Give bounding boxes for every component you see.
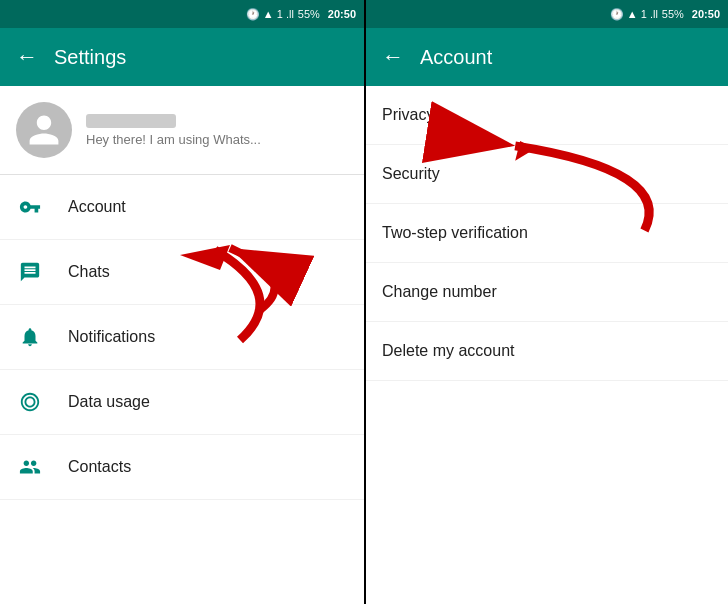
account-icon — [16, 193, 44, 221]
back-button-right[interactable]: ← — [382, 44, 404, 70]
battery-left: 55% — [298, 8, 320, 20]
account-label: Account — [68, 198, 126, 216]
alarm-icon: 🕐 — [246, 8, 260, 21]
delete-account-label: Delete my account — [382, 342, 515, 360]
list-item-change-number[interactable]: Change number — [366, 263, 728, 322]
header-left: ← Settings — [0, 28, 364, 86]
list-item-delete-account[interactable]: Delete my account — [366, 322, 728, 381]
avatar — [16, 102, 72, 158]
status-bar-right: 🕐 ▲ 1 .ll 55% 20:50 — [366, 0, 728, 28]
menu-item-contacts[interactable]: Contacts — [0, 435, 364, 500]
status-icons-right: 🕐 ▲ 1 .ll — [610, 8, 658, 21]
bars-icon-right: .ll — [650, 8, 658, 20]
chats-icon — [16, 258, 44, 286]
time-left: 20:50 — [328, 8, 356, 20]
data-usage-label: Data usage — [68, 393, 150, 411]
back-button-left[interactable]: ← — [16, 44, 38, 70]
two-step-label: Two-step verification — [382, 224, 528, 242]
profile-status: Hey there! I am using Whats... — [86, 132, 261, 147]
signal-icon-right: 1 — [641, 8, 647, 20]
list-item-two-step[interactable]: Two-step verification — [366, 204, 728, 263]
account-title: Account — [420, 46, 712, 69]
notifications-icon — [16, 323, 44, 351]
profile-section[interactable]: Hey there! I am using Whats... — [0, 86, 364, 175]
notifications-label: Notifications — [68, 328, 155, 346]
alarm-icon-right: 🕐 — [610, 8, 624, 21]
profile-name — [86, 114, 176, 128]
left-panel: 🕐 ▲ 1 .ll 55% 20:50 ← Settings Hey there… — [0, 0, 364, 604]
header-right: ← Account — [366, 28, 728, 86]
menu-item-account[interactable]: Account — [0, 175, 364, 240]
data-usage-icon — [16, 388, 44, 416]
right-panel: 🕐 ▲ 1 .ll 55% 20:50 ← Account Privacy Se… — [366, 0, 728, 604]
status-bar-left: 🕐 ▲ 1 .ll 55% 20:50 — [0, 0, 364, 28]
contacts-icon — [16, 453, 44, 481]
privacy-label: Privacy — [382, 106, 434, 124]
bars-icon: .ll — [286, 8, 294, 20]
battery-right: 55% — [662, 8, 684, 20]
menu-item-notifications[interactable]: Notifications — [0, 305, 364, 370]
status-icons-left: 🕐 ▲ 1 .ll — [246, 8, 294, 21]
security-label: Security — [382, 165, 440, 183]
settings-title: Settings — [54, 46, 348, 69]
chats-label: Chats — [68, 263, 110, 281]
contacts-label: Contacts — [68, 458, 131, 476]
list-item-security[interactable]: Security — [366, 145, 728, 204]
profile-info: Hey there! I am using Whats... — [86, 114, 261, 147]
wifi-icon: ▲ — [263, 8, 274, 20]
avatar-icon — [26, 112, 62, 148]
signal-icon: 1 — [277, 8, 283, 20]
change-number-label: Change number — [382, 283, 497, 301]
menu-item-data-usage[interactable]: Data usage — [0, 370, 364, 435]
menu-item-chats[interactable]: Chats — [0, 240, 364, 305]
list-item-privacy[interactable]: Privacy — [366, 86, 728, 145]
time-right: 20:50 — [692, 8, 720, 20]
wifi-icon-right: ▲ — [627, 8, 638, 20]
